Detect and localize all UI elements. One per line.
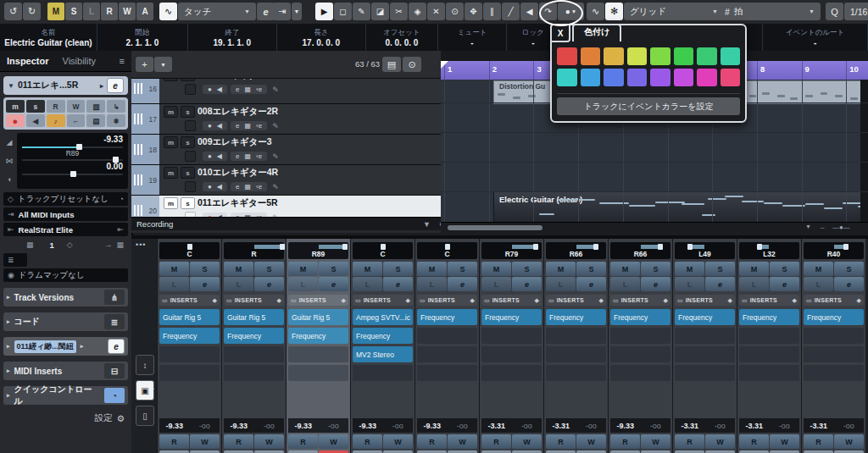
solo-button[interactable]: S <box>512 262 542 276</box>
pan-control[interactable]: C <box>159 242 220 259</box>
inserts-header[interactable]: ▭INSERTS◆ <box>675 295 735 306</box>
listen-button[interactable]: L <box>739 277 769 291</box>
zoom-preset-icon[interactable]: ▼ <box>805 224 811 229</box>
write-automation-button[interactable]: W <box>190 434 220 449</box>
read-automation-button[interactable]: R <box>739 434 769 449</box>
edit-button[interactable]: e <box>257 3 275 20</box>
mixer-channel[interactable]: R89MSLe▭INSERTS◆Guitar Rig 5Frequency-9.… <box>286 239 350 453</box>
preset-diamond-icon[interactable]: ◆ <box>213 297 217 304</box>
pan-control[interactable]: C <box>353 242 413 259</box>
lanes-icon[interactable]: ▤ <box>86 114 105 127</box>
info-field[interactable]: 終了19. 1. 1. 0 <box>188 24 277 51</box>
read-automation-button[interactable]: R <box>481 434 511 449</box>
edit-channel-button[interactable]: e <box>834 277 864 291</box>
insert-slot[interactable] <box>417 346 477 362</box>
insert-slot[interactable] <box>546 365 606 381</box>
section-chord[interactable]: ▸ コード ≣ <box>3 312 128 331</box>
color-swatch[interactable] <box>721 47 741 65</box>
listen-button[interactable]: L <box>804 277 833 291</box>
color-swatch[interactable] <box>674 47 694 65</box>
bypass-icon[interactable]: ▭ <box>677 297 683 304</box>
comp-tool[interactable]: ∥ <box>483 3 501 20</box>
edit-channel-button[interactable]: e <box>770 277 799 291</box>
track-row[interactable]: 18ms009エレキギター3●◀e▦‹e✎ <box>131 134 441 164</box>
delay-slider[interactable] <box>22 172 123 176</box>
mixer-channel[interactable]: L32MSLe▭INSERTS◆Frequency-3.31-ooRW <box>737 239 801 453</box>
listen-button[interactable]: L <box>288 277 318 291</box>
pan-handle[interactable] <box>187 244 192 250</box>
edit-channel-button[interactable]: e <box>319 277 348 291</box>
meter-view-icon[interactable]: ▯ <box>136 406 154 426</box>
keyboard-icon[interactable]: ▦ <box>244 152 251 160</box>
insert-slot[interactable] <box>610 328 670 344</box>
preset-diamond-icon[interactable]: ◆ <box>277 297 281 304</box>
solo-button[interactable]: s <box>181 106 195 118</box>
mute-button[interactable]: M <box>610 262 640 276</box>
solo-button[interactable]: S <box>576 262 606 276</box>
insert-slot[interactable] <box>417 365 477 381</box>
inserts-header[interactable]: ▭INSERTS◆ <box>546 295 606 306</box>
solo-button[interactable]: s <box>181 136 195 148</box>
edit-channel-button[interactable]: e <box>236 183 239 191</box>
fade-curve-icon[interactable]: ∿ <box>587 3 604 20</box>
solo-button[interactable]: S <box>448 262 477 276</box>
curve-tool[interactable]: ↷ <box>539 3 557 20</box>
pan-handle[interactable] <box>593 244 598 250</box>
keyboard-icon[interactable]: ▦ <box>244 183 251 191</box>
automation-l-button[interactable]: L <box>83 3 100 20</box>
autoscroll-button[interactable]: ⇥ <box>273 3 291 20</box>
info-field[interactable]: 名前Electric Guitar (clean) <box>0 24 97 51</box>
insert-slot[interactable]: Frequency <box>804 309 864 325</box>
color-tool[interactable]: ●▼ <box>558 3 584 20</box>
pan-handle[interactable] <box>843 244 849 250</box>
read-automation-button[interactable]: R <box>288 434 318 449</box>
write-automation-button[interactable]: W <box>254 434 284 449</box>
read-automation-button[interactable]: R <box>353 434 382 449</box>
write-automation-button[interactable]: W <box>512 434 542 449</box>
midi-inserts-icon[interactable]: ⊟ <box>104 363 125 378</box>
solo-button[interactable]: s <box>181 197 195 209</box>
insert-slot[interactable] <box>481 346 542 362</box>
preset-diamond-icon[interactable]: ◆ <box>664 297 668 304</box>
mixer-channel[interactable]: CMSLe▭INSERTS◆Guitar Rig 5Frequency-9.33… <box>157 239 221 453</box>
listen-button[interactable]: L <box>159 277 189 291</box>
preset-diamond-icon[interactable]: ◆ <box>728 297 732 304</box>
read-automation-button[interactable]: R <box>804 434 833 449</box>
input-transformer-icon[interactable]: ‹e <box>256 152 262 160</box>
info-field[interactable]: ミュート- <box>438 24 507 51</box>
output-routing-row[interactable]: ⇤ RealStrat Elite ⇤ <box>3 223 128 236</box>
listen-button[interactable]: L <box>224 277 253 291</box>
color-swatch[interactable] <box>604 69 624 86</box>
insert-slot[interactable]: Frequency <box>546 309 606 325</box>
pan-handle[interactable] <box>757 244 762 250</box>
line-tool[interactable]: ╱ <box>502 3 520 20</box>
section-track-versions[interactable]: ▸ Track Versions ⋔ <box>3 288 128 307</box>
edit-channel-button[interactable]: e <box>641 277 670 291</box>
color-swatch[interactable] <box>557 47 577 65</box>
midi-note-icon[interactable]: ♪ <box>47 114 65 127</box>
color-swatch[interactable] <box>581 69 601 86</box>
inserts-header[interactable]: ▭INSERTS◆ <box>224 295 284 306</box>
grid-type-select[interactable]: # 拍 ▼ <box>719 3 821 20</box>
insert-slot[interactable]: Frequency <box>739 309 799 325</box>
horizontal-scrollbar[interactable]: ▼ – —●— <box>441 222 868 233</box>
panel-menu-icon[interactable]: ≡ <box>120 56 125 66</box>
monitor-button[interactable]: ◀ <box>217 183 222 191</box>
color-swatch[interactable] <box>650 47 670 65</box>
color-swatch[interactable] <box>557 69 577 86</box>
solo-button[interactable]: S <box>770 262 799 276</box>
read-automation-button[interactable]: R <box>224 434 253 449</box>
listen-button[interactable]: L <box>481 277 511 291</box>
mute-button[interactable]: M <box>675 262 704 276</box>
bypass-icon[interactable]: ▭ <box>226 297 232 304</box>
inserts-header[interactable]: ▭INSERTS◆ <box>739 295 799 306</box>
inserts-header[interactable]: ▭INSERTS◆ <box>159 295 220 306</box>
mute-tool[interactable]: ✕ <box>427 3 445 20</box>
freeze-checkbox[interactable] <box>185 120 196 131</box>
read-automation-button[interactable]: R <box>47 100 65 113</box>
mute-button[interactable]: M <box>481 262 511 276</box>
info-field[interactable]: 長さ17. 0. 0. 0 <box>277 24 366 51</box>
mixer-channel[interactable]: CMSLe▭INSERTS◆Ampeg SVTV...icFrequencyMV… <box>350 239 415 453</box>
insert-slot[interactable]: Ampeg SVTV...ic <box>353 309 413 325</box>
mute-button[interactable]: m <box>164 197 178 209</box>
